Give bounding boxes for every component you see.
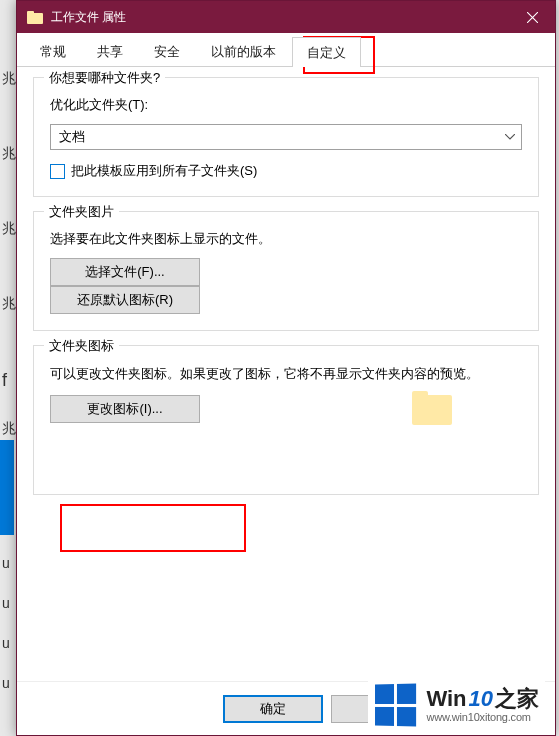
chevron-down-icon bbox=[505, 134, 515, 140]
group-folder-picture: 文件夹图片 选择要在此文件夹图标上显示的文件。 选择文件(F)... 还原默认图… bbox=[33, 211, 539, 331]
folder-icon bbox=[27, 11, 43, 24]
tab-sharing[interactable]: 共享 bbox=[82, 36, 138, 66]
tab-previous-versions[interactable]: 以前的版本 bbox=[196, 36, 291, 66]
properties-dialog: 工作文件 属性 常规 共享 安全 以前的版本 自定义 你想要哪种文件夹? 优化此… bbox=[16, 0, 556, 736]
optimize-label: 优化此文件夹(T): bbox=[50, 96, 522, 114]
select-value: 文档 bbox=[59, 128, 85, 146]
picture-desc: 选择要在此文件夹图标上显示的文件。 bbox=[50, 230, 522, 248]
window-title: 工作文件 属性 bbox=[51, 9, 509, 26]
group-folder-icon: 文件夹图标 可以更改文件夹图标。如果更改了图标，它将不再显示文件夹内容的预览。 … bbox=[33, 345, 539, 495]
folder-preview-icon bbox=[412, 391, 452, 425]
icon-desc: 可以更改文件夹图标。如果更改了图标，它将不再显示文件夹内容的预览。 bbox=[50, 364, 522, 385]
close-icon bbox=[527, 12, 538, 23]
optimize-select[interactable]: 文档 bbox=[50, 124, 522, 150]
group-folder-type: 你想要哪种文件夹? 优化此文件夹(T): 文档 把此模板应用到所有子文件夹(S) bbox=[33, 77, 539, 197]
ok-button[interactable]: 确定 bbox=[223, 695, 323, 723]
group-title-picture: 文件夹图片 bbox=[44, 203, 119, 221]
windows-logo-icon bbox=[375, 683, 416, 726]
tab-bar: 常规 共享 安全 以前的版本 自定义 bbox=[17, 33, 555, 67]
close-button[interactable] bbox=[509, 1, 555, 33]
restore-default-button[interactable]: 还原默认图标(R) bbox=[50, 286, 200, 314]
choose-file-button[interactable]: 选择文件(F)... bbox=[50, 258, 200, 286]
titlebar[interactable]: 工作文件 属性 bbox=[17, 1, 555, 33]
watermark-url: www.win10xitong.com bbox=[426, 711, 539, 723]
watermark-title: Win10之家 bbox=[426, 687, 539, 711]
apply-template-label: 把此模板应用到所有子文件夹(S) bbox=[71, 162, 257, 180]
apply-template-checkbox[interactable] bbox=[50, 164, 65, 179]
tab-security[interactable]: 安全 bbox=[139, 36, 195, 66]
content-area: 你想要哪种文件夹? 优化此文件夹(T): 文档 把此模板应用到所有子文件夹(S)… bbox=[17, 67, 555, 681]
group-title-icon: 文件夹图标 bbox=[44, 337, 119, 355]
group-title-type: 你想要哪种文件夹? bbox=[44, 69, 165, 87]
change-icon-button[interactable]: 更改图标(I)... bbox=[50, 395, 200, 423]
apply-template-row: 把此模板应用到所有子文件夹(S) bbox=[50, 162, 522, 180]
tab-customize[interactable]: 自定义 bbox=[292, 37, 361, 67]
tab-general[interactable]: 常规 bbox=[25, 36, 81, 66]
watermark: Win10之家 www.win10xitong.com bbox=[368, 680, 545, 730]
